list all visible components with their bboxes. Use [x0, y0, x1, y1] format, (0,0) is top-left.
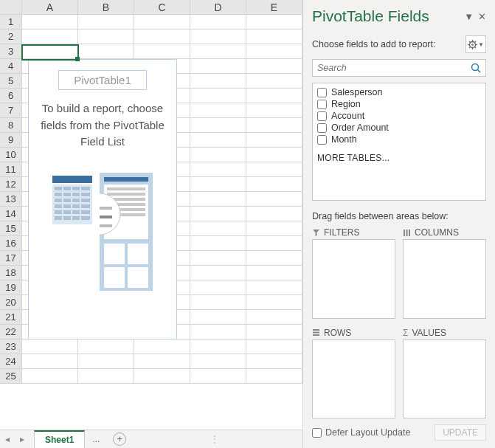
cell[interactable]	[246, 325, 302, 340]
row-header-19[interactable]: 19	[0, 280, 22, 295]
rows-drop-zone[interactable]	[312, 340, 395, 419]
row-header-17[interactable]: 17	[0, 251, 22, 266]
cell[interactable]	[190, 30, 246, 44]
field-item[interactable]: Salesperson	[317, 86, 481, 98]
col-header-E[interactable]: E	[246, 0, 302, 15]
cell[interactable]	[134, 15, 190, 30]
field-checkbox[interactable]	[317, 88, 327, 97]
row-header-14[interactable]: 14	[0, 207, 22, 221]
cell[interactable]	[190, 162, 246, 177]
pane-close-icon[interactable]: ✕	[478, 11, 486, 22]
cell[interactable]	[22, 354, 78, 369]
pane-dropdown-icon[interactable]: ▼	[464, 11, 474, 22]
cell[interactable]	[22, 30, 78, 44]
cell[interactable]	[78, 44, 134, 59]
field-checkbox[interactable]	[317, 111, 327, 121]
cell[interactable]	[190, 310, 246, 325]
cell[interactable]	[246, 103, 302, 118]
row-header-12[interactable]: 12	[0, 177, 22, 192]
cell[interactable]	[190, 221, 246, 236]
cell[interactable]	[246, 89, 302, 103]
cell[interactable]	[246, 354, 302, 369]
cell[interactable]	[22, 15, 78, 30]
columns-drop-zone[interactable]	[403, 239, 486, 319]
defer-update-checkbox[interactable]: Defer Layout Update	[312, 427, 410, 438]
cell[interactable]	[190, 133, 246, 148]
cell[interactable]	[246, 177, 302, 192]
field-item[interactable]: Order Amount	[317, 122, 481, 134]
cell[interactable]	[78, 340, 134, 354]
cell[interactable]	[190, 148, 246, 162]
cell[interactable]	[246, 369, 302, 384]
fill-handle[interactable]	[75, 57, 80, 61]
cell[interactable]	[190, 118, 246, 133]
cell[interactable]	[134, 354, 190, 369]
row-header-20[interactable]: 20	[0, 295, 22, 310]
values-drop-zone[interactable]	[403, 340, 486, 419]
add-sheet-button[interactable]: +	[113, 433, 126, 446]
cell[interactable]	[246, 266, 302, 280]
tab-nav-next[interactable]: ▸	[15, 434, 30, 444]
cell[interactable]	[190, 207, 246, 221]
cell[interactable]	[78, 30, 134, 44]
row-header-23[interactable]: 23	[0, 340, 22, 354]
cell[interactable]	[190, 236, 246, 251]
cell[interactable]	[246, 251, 302, 266]
cell[interactable]	[190, 369, 246, 384]
cell[interactable]	[134, 369, 190, 384]
cell[interactable]	[190, 295, 246, 310]
row-header-4[interactable]: 4	[0, 59, 22, 74]
cell[interactable]	[190, 354, 246, 369]
cell[interactable]	[246, 310, 302, 325]
col-header-C[interactable]: C	[134, 0, 190, 15]
cell[interactable]	[190, 177, 246, 192]
cell[interactable]	[78, 369, 134, 384]
field-checkbox[interactable]	[317, 123, 327, 133]
row-header-3[interactable]: 3	[0, 44, 22, 59]
tab-nav-prev[interactable]: ◂	[0, 434, 15, 444]
more-tables-link[interactable]: MORE TABLES...	[317, 153, 481, 163]
col-header-B[interactable]: B	[78, 0, 134, 15]
active-cell-A3[interactable]	[21, 44, 79, 61]
row-header-13[interactable]: 13	[0, 192, 22, 207]
layout-options-button[interactable]: ▼	[465, 35, 486, 53]
select-all-corner[interactable]	[0, 0, 22, 15]
cell[interactable]	[78, 15, 134, 30]
search-input[interactable]	[317, 63, 471, 73]
update-button[interactable]: UPDATE	[435, 424, 486, 441]
cell[interactable]	[134, 340, 190, 354]
row-header-25[interactable]: 25	[0, 369, 22, 384]
pivottable-placeholder[interactable]: PivotTable1 To build a report, choose fi…	[28, 59, 177, 340]
cell[interactable]	[246, 340, 302, 354]
cell[interactable]	[190, 59, 246, 74]
row-header-22[interactable]: 22	[0, 325, 22, 340]
field-item[interactable]: Month	[317, 134, 481, 145]
cell[interactable]	[190, 15, 246, 30]
cell[interactable]	[190, 192, 246, 207]
row-header-15[interactable]: 15	[0, 221, 22, 236]
cell[interactable]	[190, 280, 246, 295]
cell[interactable]	[246, 148, 302, 162]
row-header-11[interactable]: 11	[0, 162, 22, 177]
cell[interactable]	[22, 369, 78, 384]
cell[interactable]	[190, 266, 246, 280]
row-header-1[interactable]: 1	[0, 15, 22, 30]
col-header-A[interactable]: A	[22, 0, 78, 15]
sheet-tab-active[interactable]: Sheet1	[34, 430, 85, 448]
sheet-tab-more[interactable]: ...	[85, 431, 107, 447]
cell[interactable]	[246, 221, 302, 236]
spreadsheet-grid[interactable]: ABCDE 1234567891011121314151617181920212…	[0, 0, 303, 448]
field-search-box[interactable]	[312, 59, 486, 77]
field-list[interactable]: SalespersonRegionAccountOrder AmountMont…	[312, 83, 486, 201]
row-header-2[interactable]: 2	[0, 30, 22, 44]
row-header-5[interactable]: 5	[0, 74, 22, 89]
col-header-D[interactable]: D	[190, 0, 246, 15]
filters-area[interactable]: FILTERS	[312, 226, 395, 319]
row-header-9[interactable]: 9	[0, 133, 22, 148]
cell[interactable]	[190, 340, 246, 354]
cell[interactable]	[246, 44, 302, 59]
cell[interactable]	[190, 44, 246, 59]
row-header-8[interactable]: 8	[0, 118, 22, 133]
cell[interactable]	[190, 325, 246, 340]
cell[interactable]	[134, 30, 190, 44]
